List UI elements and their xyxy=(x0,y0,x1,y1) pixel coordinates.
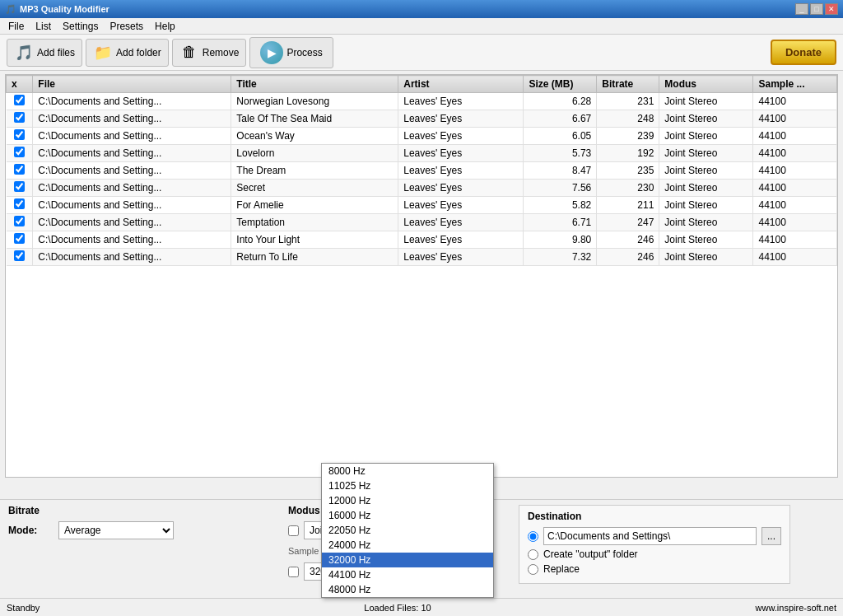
process-icon: ▶ xyxy=(260,41,283,64)
row-title: For Amelie xyxy=(231,197,398,214)
row-modus: Joint Stereo xyxy=(659,231,753,249)
row-file: C:\Documents and Setting... xyxy=(33,93,231,110)
add-files-label: Add files xyxy=(37,47,75,58)
minimize-button[interactable]: _ xyxy=(795,3,808,15)
row-sample: 44100 xyxy=(753,214,837,231)
replace-label: Replace xyxy=(543,563,580,575)
row-file: C:\Documents and Setting... xyxy=(33,145,231,162)
table-header: x File Title Artist Size (MB) Bitrate Mo… xyxy=(7,76,837,93)
row-size: 7.32 xyxy=(524,249,597,266)
sample-freq-dropdown[interactable]: 8000 Hz 11025 Hz 12000 Hz 16000 Hz 22050… xyxy=(321,463,494,598)
row-bitrate: 211 xyxy=(597,197,659,214)
row-checkbox[interactable] xyxy=(14,95,25,105)
add-folder-label: Add folder xyxy=(116,47,161,58)
row-checkbox[interactable] xyxy=(14,164,25,175)
table-row: C:\Documents and Setting... Temptation L… xyxy=(7,214,837,231)
dropdown-item-44k[interactable]: 44100 Hz xyxy=(322,567,493,582)
row-bitrate: 192 xyxy=(597,145,659,162)
row-file: C:\Documents and Setting... xyxy=(33,214,231,231)
menu-list[interactable]: List xyxy=(30,19,56,34)
donate-button[interactable]: Donate xyxy=(771,40,836,65)
row-artist: Leaves' Eyes xyxy=(398,110,524,128)
dropdown-item-48k[interactable]: 48000 Hz xyxy=(322,582,493,597)
menu-file[interactable]: File xyxy=(3,19,29,34)
remove-button[interactable]: 🗑 Remove xyxy=(172,39,247,67)
row-checkbox-cell[interactable] xyxy=(7,231,33,249)
row-checkbox[interactable] xyxy=(14,216,25,226)
dropdown-item-22k[interactable]: 22050 Hz xyxy=(322,523,493,538)
row-checkbox[interactable] xyxy=(14,181,25,192)
app-icon: 🎵 xyxy=(5,4,16,15)
row-sample: 44100 xyxy=(753,231,837,249)
browse-button[interactable]: ... xyxy=(761,527,781,545)
row-checkbox-cell[interactable] xyxy=(7,110,33,128)
dropdown-item-8k[interactable]: 8000 Hz xyxy=(322,464,493,478)
modus-checkbox[interactable] xyxy=(288,525,299,536)
row-checkbox-cell[interactable] xyxy=(7,162,33,180)
process-label: Process xyxy=(286,47,322,58)
row-size: 9.80 xyxy=(524,231,597,249)
dropdown-item-24k[interactable]: 24000 Hz xyxy=(322,538,493,553)
row-sample: 44100 xyxy=(753,110,837,128)
row-title: Into Your Light xyxy=(231,231,398,249)
add-files-button[interactable]: 🎵 Add files xyxy=(7,39,82,67)
menu-presets[interactable]: Presets xyxy=(105,19,148,34)
menu-settings[interactable]: Settings xyxy=(58,19,103,34)
sample-freq-checkbox[interactable] xyxy=(288,567,299,577)
table-row: C:\Documents and Setting... Tale Of The … xyxy=(7,110,837,128)
row-checkbox[interactable] xyxy=(14,147,25,157)
row-checkbox-cell[interactable] xyxy=(7,214,33,231)
dropdown-item-11k[interactable]: 11025 Hz xyxy=(322,478,493,493)
row-size: 6.71 xyxy=(524,214,597,231)
website: www.inspire-soft.net xyxy=(756,603,836,613)
file-table: x File Title Artist Size (MB) Bitrate Mo… xyxy=(6,75,837,266)
dest-radio-replace[interactable] xyxy=(528,564,538,575)
row-checkbox-cell[interactable] xyxy=(7,180,33,197)
row-artist: Leaves' Eyes xyxy=(398,214,524,231)
row-modus: Joint Stereo xyxy=(659,110,753,128)
dest-radio-output[interactable] xyxy=(528,549,538,560)
table-row: C:\Documents and Setting... The Dream Le… xyxy=(7,162,837,180)
process-button[interactable]: ▶ Process xyxy=(249,37,333,68)
add-folder-button[interactable]: 📁 Add folder xyxy=(86,39,169,67)
row-checkbox[interactable] xyxy=(14,129,25,140)
col-modus[interactable]: Modus xyxy=(659,76,753,93)
row-checkbox-cell[interactable] xyxy=(7,249,33,266)
loaded-files: Loaded Files: 10 xyxy=(364,603,431,613)
dropdown-item-16k[interactable]: 16000 Hz xyxy=(322,508,493,523)
col-artist[interactable]: Artist xyxy=(398,76,524,93)
table-row: C:\Documents and Setting... Norwegian Lo… xyxy=(7,93,837,110)
row-size: 5.82 xyxy=(524,197,597,214)
row-sample: 44100 xyxy=(753,93,837,110)
dropdown-item-32k[interactable]: 32000 Hz xyxy=(322,553,493,567)
row-checkbox[interactable] xyxy=(14,233,25,244)
row-modus: Joint Stereo xyxy=(659,214,753,231)
row-modus: Joint Stereo xyxy=(659,128,753,145)
mode-select[interactable]: Average Constant Variable xyxy=(58,521,174,539)
row-title: Temptation xyxy=(231,214,398,231)
row-size: 7.56 xyxy=(524,180,597,197)
col-file[interactable]: File xyxy=(33,76,231,93)
row-checkbox[interactable] xyxy=(14,250,25,261)
table-row: C:\Documents and Setting... Lovelorn Lea… xyxy=(7,145,837,162)
row-checkbox-cell[interactable] xyxy=(7,145,33,162)
dest-radio-path[interactable] xyxy=(528,531,538,542)
row-bitrate: 248 xyxy=(597,110,659,128)
col-size[interactable]: Size (MB) xyxy=(524,76,597,93)
col-title[interactable]: Title xyxy=(231,76,398,93)
row-checkbox[interactable] xyxy=(14,198,25,209)
row-checkbox[interactable] xyxy=(14,112,25,123)
dest-path-input[interactable] xyxy=(543,527,757,545)
row-checkbox-cell[interactable] xyxy=(7,197,33,214)
row-size: 6.28 xyxy=(524,93,597,110)
maximize-button[interactable]: □ xyxy=(810,3,823,15)
row-file: C:\Documents and Setting... xyxy=(33,197,231,214)
dropdown-item-12k[interactable]: 12000 Hz xyxy=(322,493,493,508)
col-bitrate[interactable]: Bitrate xyxy=(597,76,659,93)
row-checkbox-cell[interactable] xyxy=(7,128,33,145)
menu-help[interactable]: Help xyxy=(150,19,180,34)
close-button[interactable]: ✕ xyxy=(825,3,838,15)
col-sample[interactable]: Sample ... xyxy=(753,76,837,93)
row-checkbox-cell[interactable] xyxy=(7,93,33,110)
toolbar: 🎵 Add files 📁 Add folder 🗑 Remove ▶ Proc… xyxy=(0,35,843,71)
